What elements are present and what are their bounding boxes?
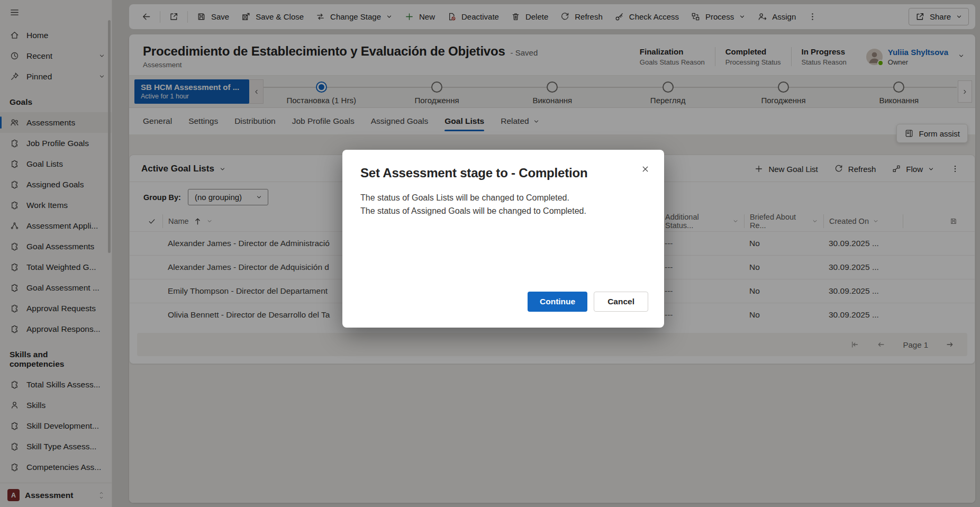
set-stage-dialog: Set Assessment stage to - Completion The… bbox=[342, 150, 664, 328]
close-icon[interactable] bbox=[637, 160, 654, 177]
cancel-button[interactable]: Cancel bbox=[594, 292, 648, 312]
dialog-body: The status of Goals Lists will be change… bbox=[360, 193, 646, 216]
dialog-message-line: The status of Goals Lists will be change… bbox=[360, 193, 646, 203]
dialog-actions: Continue Cancel bbox=[528, 292, 648, 312]
dialog-message-line: The status of Assigned Goals will be cha… bbox=[360, 206, 646, 216]
dialog-title: Set Assessment stage to - Completion bbox=[360, 166, 646, 180]
continue-button[interactable]: Continue bbox=[528, 292, 587, 312]
